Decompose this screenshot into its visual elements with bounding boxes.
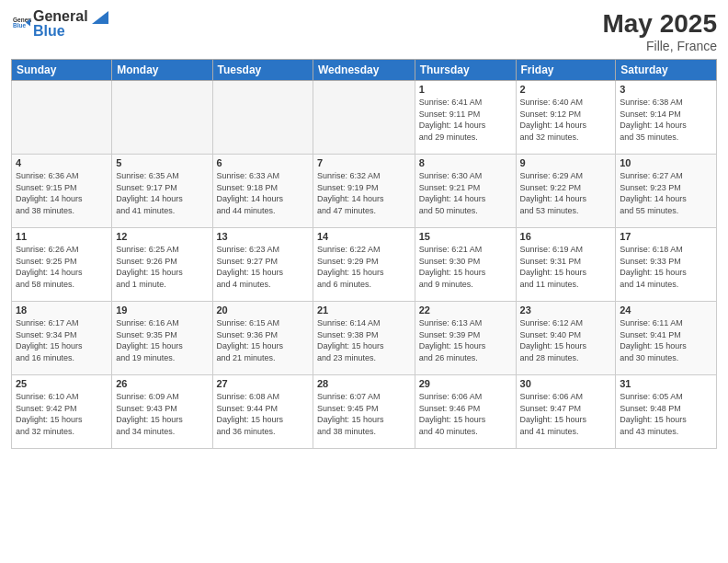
calendar-cell-w5-d1: 26Sunrise: 6:09 AM Sunset: 9:43 PM Dayli…	[112, 375, 212, 449]
day-number: 10	[620, 157, 712, 168]
calendar-cell-w1-d1	[112, 81, 212, 155]
day-info: Sunrise: 6:15 AM Sunset: 9:36 PM Dayligh…	[217, 317, 309, 363]
svg-text:Blue: Blue	[13, 22, 26, 29]
calendar-cell-w4-d2: 20Sunrise: 6:15 AM Sunset: 9:36 PM Dayli…	[212, 302, 313, 375]
day-info: Sunrise: 6:17 AM Sunset: 9:34 PM Dayligh…	[16, 317, 108, 363]
day-number: 22	[419, 304, 512, 316]
calendar-cell-w1-d5: 2Sunrise: 6:40 AM Sunset: 9:12 PM Daylig…	[516, 81, 616, 155]
calendar-cell-w1-d3	[313, 81, 415, 155]
day-info: Sunrise: 6:10 AM Sunset: 9:42 PM Dayligh…	[16, 391, 108, 437]
page: General Blue General Blue May 2025 Fille…	[0, 0, 728, 563]
day-number: 23	[520, 304, 612, 316]
calendar-cell-w2-d3: 7Sunrise: 6:32 AM Sunset: 9:19 PM Daylig…	[313, 155, 415, 228]
calendar-cell-w3-d1: 12Sunrise: 6:25 AM Sunset: 9:26 PM Dayli…	[112, 228, 212, 302]
week-row-1: 1Sunrise: 6:41 AM Sunset: 9:11 PM Daylig…	[12, 81, 717, 155]
calendar-cell-w4-d5: 23Sunrise: 6:12 AM Sunset: 9:40 PM Dayli…	[516, 302, 616, 375]
logo: General Blue General Blue	[11, 9, 108, 39]
subtitle: Fille, France	[602, 39, 717, 53]
day-info: Sunrise: 6:11 AM Sunset: 9:41 PM Dayligh…	[620, 317, 712, 363]
week-row-5: 25Sunrise: 6:10 AM Sunset: 9:42 PM Dayli…	[12, 375, 717, 449]
day-number: 5	[116, 157, 208, 168]
week-row-3: 11Sunrise: 6:26 AM Sunset: 9:25 PM Dayli…	[12, 228, 717, 302]
day-number: 11	[16, 231, 108, 242]
logo-general: General	[33, 9, 108, 24]
calendar-cell-w2-d6: 10Sunrise: 6:27 AM Sunset: 9:23 PM Dayli…	[616, 155, 717, 228]
day-number: 25	[16, 378, 108, 389]
day-info: Sunrise: 6:32 AM Sunset: 9:19 PM Dayligh…	[317, 170, 411, 216]
day-number: 28	[317, 378, 411, 389]
calendar-cell-w3-d0: 11Sunrise: 6:26 AM Sunset: 9:25 PM Dayli…	[12, 228, 112, 302]
header: General Blue General Blue May 2025 Fille…	[11, 9, 717, 53]
day-number: 13	[217, 231, 309, 242]
day-info: Sunrise: 6:19 AM Sunset: 9:31 PM Dayligh…	[520, 244, 612, 290]
day-number: 9	[520, 157, 612, 168]
calendar-cell-w4-d6: 24Sunrise: 6:11 AM Sunset: 9:41 PM Dayli…	[616, 302, 717, 375]
header-wednesday: Wednesday	[313, 60, 415, 81]
header-thursday: Thursday	[415, 60, 516, 81]
calendar-cell-w1-d0	[12, 81, 112, 155]
day-number: 8	[419, 157, 512, 168]
day-info: Sunrise: 6:14 AM Sunset: 9:38 PM Dayligh…	[317, 317, 411, 363]
day-number: 30	[520, 378, 612, 389]
calendar-cell-w4-d4: 22Sunrise: 6:13 AM Sunset: 9:39 PM Dayli…	[415, 302, 516, 375]
calendar-cell-w4-d0: 18Sunrise: 6:17 AM Sunset: 9:34 PM Dayli…	[12, 302, 112, 375]
header-tuesday: Tuesday	[212, 60, 313, 81]
calendar-cell-w1-d2	[212, 81, 313, 155]
day-number: 31	[620, 378, 712, 389]
day-info: Sunrise: 6:05 AM Sunset: 9:48 PM Dayligh…	[620, 391, 712, 437]
day-number: 15	[419, 231, 512, 242]
day-info: Sunrise: 6:08 AM Sunset: 9:44 PM Dayligh…	[217, 391, 309, 437]
title-block: May 2025 Fille, France	[602, 9, 717, 53]
day-info: Sunrise: 6:06 AM Sunset: 9:46 PM Dayligh…	[419, 391, 512, 437]
day-number: 1	[419, 84, 512, 95]
day-info: Sunrise: 6:07 AM Sunset: 9:45 PM Dayligh…	[317, 391, 411, 437]
week-row-2: 4Sunrise: 6:36 AM Sunset: 9:15 PM Daylig…	[12, 155, 717, 228]
header-friday: Friday	[516, 60, 616, 81]
calendar-cell-w4-d1: 19Sunrise: 6:16 AM Sunset: 9:35 PM Dayli…	[112, 302, 212, 375]
day-info: Sunrise: 6:12 AM Sunset: 9:40 PM Dayligh…	[520, 317, 612, 363]
calendar-cell-w2-d0: 4Sunrise: 6:36 AM Sunset: 9:15 PM Daylig…	[12, 155, 112, 228]
day-info: Sunrise: 6:25 AM Sunset: 9:26 PM Dayligh…	[116, 244, 208, 290]
day-number: 29	[419, 378, 512, 389]
day-info: Sunrise: 6:33 AM Sunset: 9:18 PM Dayligh…	[217, 170, 309, 216]
header-monday: Monday	[112, 60, 212, 81]
header-saturday: Saturday	[616, 60, 717, 81]
day-info: Sunrise: 6:23 AM Sunset: 9:27 PM Dayligh…	[217, 244, 309, 290]
day-info: Sunrise: 6:16 AM Sunset: 9:35 PM Dayligh…	[116, 317, 208, 363]
day-info: Sunrise: 6:29 AM Sunset: 9:22 PM Dayligh…	[520, 170, 612, 216]
day-number: 20	[217, 304, 309, 316]
weekday-header-row: Sunday Monday Tuesday Wednesday Thursday…	[12, 60, 717, 81]
calendar-cell-w2-d2: 6Sunrise: 6:33 AM Sunset: 9:18 PM Daylig…	[212, 155, 313, 228]
day-info: Sunrise: 6:41 AM Sunset: 9:11 PM Dayligh…	[419, 97, 512, 143]
day-info: Sunrise: 6:35 AM Sunset: 9:17 PM Dayligh…	[116, 170, 208, 216]
day-number: 17	[620, 231, 712, 242]
day-number: 26	[116, 378, 208, 389]
calendar-cell-w3-d6: 17Sunrise: 6:18 AM Sunset: 9:33 PM Dayli…	[616, 228, 717, 302]
calendar-cell-w5-d5: 30Sunrise: 6:06 AM Sunset: 9:47 PM Dayli…	[516, 375, 616, 449]
calendar-cell-w5-d3: 28Sunrise: 6:07 AM Sunset: 9:45 PM Dayli…	[313, 375, 415, 449]
day-info: Sunrise: 6:27 AM Sunset: 9:23 PM Dayligh…	[620, 170, 712, 216]
calendar-cell-w2-d5: 9Sunrise: 6:29 AM Sunset: 9:22 PM Daylig…	[516, 155, 616, 228]
day-number: 19	[116, 304, 208, 316]
calendar-cell-w4-d3: 21Sunrise: 6:14 AM Sunset: 9:38 PM Dayli…	[313, 302, 415, 375]
day-number: 4	[16, 157, 108, 168]
day-number: 12	[116, 231, 208, 242]
day-number: 2	[520, 84, 612, 95]
header-sunday: Sunday	[12, 60, 112, 81]
calendar-cell-w1-d4: 1Sunrise: 6:41 AM Sunset: 9:11 PM Daylig…	[415, 81, 516, 155]
logo-blue: Blue	[33, 24, 108, 39]
day-info: Sunrise: 6:13 AM Sunset: 9:39 PM Dayligh…	[419, 317, 512, 363]
day-info: Sunrise: 6:09 AM Sunset: 9:43 PM Dayligh…	[116, 391, 208, 437]
main-title: May 2025	[602, 9, 717, 39]
calendar-cell-w3-d5: 16Sunrise: 6:19 AM Sunset: 9:31 PM Dayli…	[516, 228, 616, 302]
day-number: 7	[317, 157, 411, 168]
calendar-cell-w5-d0: 25Sunrise: 6:10 AM Sunset: 9:42 PM Dayli…	[12, 375, 112, 449]
calendar-cell-w2-d4: 8Sunrise: 6:30 AM Sunset: 9:21 PM Daylig…	[415, 155, 516, 228]
day-info: Sunrise: 6:40 AM Sunset: 9:12 PM Dayligh…	[520, 97, 612, 143]
calendar-cell-w1-d6: 3Sunrise: 6:38 AM Sunset: 9:14 PM Daylig…	[616, 81, 717, 155]
day-info: Sunrise: 6:26 AM Sunset: 9:25 PM Dayligh…	[16, 244, 108, 290]
day-number: 14	[317, 231, 411, 242]
calendar-cell-w3-d4: 15Sunrise: 6:21 AM Sunset: 9:30 PM Dayli…	[415, 228, 516, 302]
calendar-cell-w2-d1: 5Sunrise: 6:35 AM Sunset: 9:17 PM Daylig…	[112, 155, 212, 228]
calendar-table: Sunday Monday Tuesday Wednesday Thursday…	[11, 59, 717, 449]
